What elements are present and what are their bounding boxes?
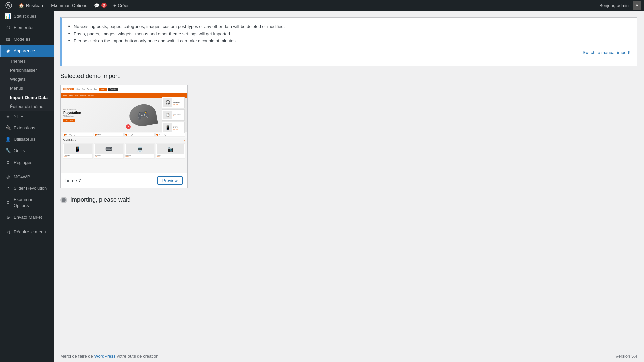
wp-footer: Merci de faire de WordPress votre outil … [54, 350, 644, 362]
demo-screenshot: ekommart Shop Men Women Kids Login Regis… [61, 85, 187, 173]
sidebar-item-outils[interactable]: 🔧 Outils [0, 145, 54, 157]
admin-bar-left: W 🏠 Busilearn Ekommart Options 💬 0 + Cré… [3, 0, 597, 11]
selected-demo-section: Selected demo import: ekommart Shop Men [60, 73, 637, 188]
sub-item-import-demo-data[interactable]: Import Demo Data [0, 93, 54, 102]
reglages-label: Réglages [14, 160, 32, 166]
mock-logo: ekommart [63, 88, 74, 90]
statistiques-icon: 📊 [5, 13, 11, 19]
wpbody-content: No existing posts, pages, categories, im… [54, 11, 644, 350]
ekommart-options-sidebar-label: Ekommart Options [14, 197, 50, 209]
switch-to-manual-link[interactable]: Switch to manual import! [583, 50, 630, 55]
footer-version: Version 5.4 [615, 354, 637, 359]
sub-item-menus[interactable]: Menus [0, 84, 54, 93]
footer-credit-suffix: votre outil de création. [117, 354, 160, 359]
ekommart-options-label: Ekommart Options [51, 3, 87, 8]
mock-header: ekommart Shop Men Women Kids Login Regis… [61, 85, 187, 93]
outils-label: Outils [14, 148, 25, 154]
sub-item-themes[interactable]: Thèmes [0, 57, 54, 66]
modeles-label: Modèles [14, 36, 30, 42]
svg-text:W: W [7, 4, 10, 7]
utilisateurs-label: Utilisateurs [14, 136, 35, 142]
create-button[interactable]: + Créer [111, 0, 131, 11]
notice-item-1: No existing posts, pages, categories, im… [68, 23, 630, 30]
apparence-label: Apparence [14, 48, 35, 54]
spinner-icon [60, 197, 67, 203]
comments-icon: 💬 [94, 3, 99, 8]
wp-logo-button[interactable]: W [3, 0, 15, 11]
apparence-icon: ◉ [5, 48, 11, 54]
demo-name-label: home 7 [65, 178, 81, 183]
sidebar-item-statistiques[interactable]: 📊 Statistiques [0, 11, 54, 22]
notice-box: No existing posts, pages, categories, im… [60, 17, 637, 66]
switch-link-container: Switch to manual import! [68, 47, 630, 60]
mock-cart-icons: Login Register [99, 88, 118, 90]
notice-item-3: Please click on the Import button only o… [68, 37, 630, 44]
reduce-menu-button[interactable]: ◁ Réduire le menu [0, 226, 54, 238]
sidebar-item-envato-market[interactable]: ⊛ Envato Market [0, 212, 54, 223]
apparence-submenu: Thèmes Personnaliser Widgets Menus Impor… [0, 57, 54, 111]
sidebar-item-mc4wp[interactable]: ◎ MC4WP [0, 171, 54, 183]
greeting-label: Bonjour, admin [597, 0, 631, 11]
slider-revolution-icon: ↺ [5, 185, 11, 191]
ekommart-options-button[interactable]: Ekommart Options [48, 0, 90, 11]
slider-revolution-label: Slider Revolution [14, 185, 47, 191]
notice-item-2: Posts, pages, images, widgets, menus and… [68, 30, 630, 37]
outils-icon: 🔧 [5, 148, 11, 154]
reduce-menu-icon: ◁ [5, 229, 11, 235]
mc4wp-icon: ◎ [5, 174, 11, 180]
reglages-icon: ⚙ [5, 160, 11, 166]
elementor-label: Elementor [14, 25, 34, 31]
sidebar-item-apparence[interactable]: ◉ Apparence [0, 45, 54, 57]
create-plus-icon: + [113, 3, 116, 8]
admin-bar-right: Bonjour, admin A [597, 0, 641, 11]
preview-button[interactable]: Preview [157, 176, 183, 185]
sidebar-item-slider-revolution[interactable]: ↺ Slider Revolution [0, 183, 54, 194]
footer-credit: Merci de faire de WordPress votre outil … [60, 354, 160, 359]
mc4wp-label: MC4WP [14, 174, 30, 180]
user-avatar-button[interactable]: A [633, 1, 641, 10]
sub-item-editeur-theme[interactable]: Éditeur de thème [0, 102, 54, 111]
create-label: Créer [118, 3, 129, 8]
extensions-icon: 🔌 [5, 125, 11, 131]
sidebar-item-extensions[interactable]: 🔌 Extensions [0, 122, 54, 134]
mock-products: Best Sellers ⚙ 📱 iPhone 11 $999 [61, 138, 187, 160]
footer-credit-prefix: Merci de faire de [60, 354, 93, 359]
sidebar-item-yith[interactable]: ◈ YITH [0, 111, 54, 122]
selected-demo-title: Selected demo import: [60, 73, 637, 80]
mock-features: Free Shipping 24/7 Support Money Back Se… [61, 132, 187, 138]
envato-market-icon: ⊛ [5, 215, 11, 221]
elementor-icon: ⬡ [5, 25, 11, 31]
envato-market-label: Envato Market [14, 214, 42, 220]
importing-text: Importing, please wait! [70, 196, 131, 203]
yith-icon: ◈ [5, 114, 11, 120]
wordpress-link[interactable]: WordPress [94, 354, 115, 359]
site-name-button[interactable]: 🏠 Busilearn [16, 0, 47, 11]
mock-banner: Get Ready For Playstation VR Experience … [61, 98, 187, 132]
extensions-label: Extensions [14, 125, 35, 131]
comments-count: 0 [101, 3, 107, 8]
yith-label: YITH [14, 114, 24, 120]
modeles-icon: ▦ [5, 36, 11, 42]
reduce-menu-label: Réduire le menu [14, 229, 46, 235]
sub-item-personnaliser[interactable]: Personnaliser [0, 66, 54, 75]
admin-bar: W 🏠 Busilearn Ekommart Options 💬 0 + Cré… [0, 0, 644, 11]
sidebar-item-elementor[interactable]: ⬡ Elementor [0, 22, 54, 34]
notice-list: No existing posts, pages, categories, im… [68, 23, 630, 44]
admin-sidebar: 📊 Statistiques ⬡ Elementor ▦ Modèles ◉ A… [0, 11, 54, 362]
sidebar-item-ekommart-options[interactable]: ⚙ Ekommart Options [0, 194, 54, 212]
main-content-area: No existing posts, pages, categories, im… [54, 11, 644, 362]
mock-product-grid: 📱 iPhone 11 $999 ⌨ Keyboard $49 [63, 143, 185, 159]
sub-item-widgets[interactable]: Widgets [0, 75, 54, 84]
site-name-label: Busilearn [26, 3, 44, 8]
ekommart-options-icon: ⚙ [5, 200, 11, 206]
sidebar-item-modeles[interactable]: ▦ Modèles [0, 34, 54, 45]
mock-nav: Shop Men Women Kids [76, 88, 97, 90]
comments-button[interactable]: 💬 0 [91, 0, 109, 11]
demo-card: ekommart Shop Men Women Kids Login Regis… [60, 85, 188, 188]
sidebar-item-reglages[interactable]: ⚙ Réglages [0, 157, 54, 168]
statistiques-label: Statistiques [14, 13, 36, 19]
utilisateurs-icon: 👤 [5, 136, 11, 142]
importing-section: Importing, please wait! [60, 196, 637, 203]
sidebar-item-utilisateurs[interactable]: 👤 Utilisateurs [0, 134, 54, 145]
demo-card-footer: home 7 Preview [61, 173, 187, 188]
